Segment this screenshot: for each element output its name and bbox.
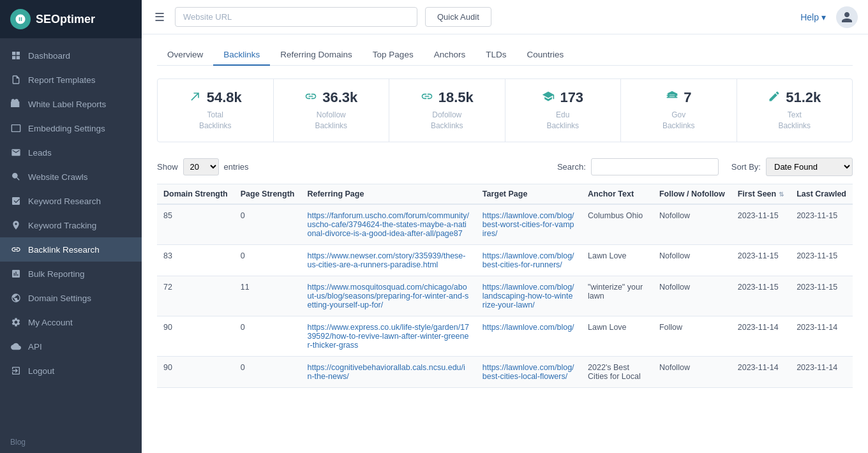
follow-nofollow-cell: Nofollow [653, 356, 731, 387]
sidebar-item-api[interactable]: API [0, 334, 142, 359]
referring-page-cell[interactable]: https://cognitivebehaviorallab.cals.ncsu… [301, 356, 475, 387]
user-avatar[interactable] [836, 6, 858, 28]
sort-select[interactable]: Date FoundDomain StrengthPage Strength [766, 158, 853, 176]
sidebar-item-white-label-reports[interactable]: White Label Reports [0, 92, 142, 116]
follow-nofollow-cell: Nofollow [653, 276, 731, 316]
domain-settings-icon [10, 292, 22, 304]
content-area: OverviewBacklinksReferring DomainsTop Pa… [142, 34, 868, 453]
stat-gov-backlinks: 7 GovBacklinks [621, 79, 737, 142]
sidebar-item-label-my-account: My Account [28, 318, 73, 327]
tabs: OverviewBacklinksReferring DomainsTop Pa… [157, 45, 853, 66]
sidebar-blog-link[interactable]: Blog [0, 431, 142, 453]
table-row: 900https://www.express.co.uk/life-style/… [157, 316, 853, 356]
target-page-cell-link[interactable]: https://lawnlove.com/blog/ [483, 323, 574, 332]
referring-page-cell[interactable]: https://www.express.co.uk/life-style/gar… [301, 316, 475, 356]
first-seen-cell: 2023-11-15 [731, 276, 790, 316]
follow-nofollow-cell: Nofollow [653, 244, 731, 276]
referring-page-cell[interactable]: https://www.newser.com/story/335939/thes… [301, 244, 475, 276]
bulk-reporting-icon [10, 268, 22, 279]
url-input[interactable] [175, 7, 417, 27]
target-page-cell-link[interactable]: https://lawnlove.com/blog/best-worst-cit… [483, 211, 574, 238]
logo-icon [10, 9, 31, 29]
sidebar-item-domain-settings[interactable]: Domain Settings [0, 286, 142, 310]
target-page-cell[interactable]: https://lawnlove.com/blog/best-cities-lo… [476, 356, 581, 387]
tab-anchors[interactable]: Anchors [424, 45, 476, 66]
tab-tlds[interactable]: TLDs [475, 45, 516, 66]
sidebar-item-embedding-settings[interactable]: Embedding Settings [0, 116, 142, 140]
help-button[interactable]: Help ▾ [800, 12, 826, 22]
domain-strength-cell: 90 [157, 316, 234, 356]
anchor-text-cell: 2022's Best Cities for Local [581, 356, 653, 387]
stat-label-edu-backlinks: EduBacklinks [518, 110, 608, 131]
col-header-domain-strength: Domain Strength [157, 184, 234, 204]
stat-total-backlinks: 54.8k TotalBacklinks [158, 79, 274, 142]
sidebar-item-logout[interactable]: Logout [0, 359, 142, 383]
hamburger-button[interactable]: ☰ [152, 8, 167, 27]
page-strength-cell: 11 [234, 276, 301, 316]
backlink-research-icon [10, 244, 22, 255]
sidebar: SEOptimer Dashboard Report Templates Whi… [0, 0, 142, 453]
stat-icon-dofollow-backlinks [421, 90, 433, 106]
table-container: Domain StrengthPage StrengthReferring Pa… [157, 184, 853, 388]
referring-page-cell-link[interactable]: https://cognitivebehaviorallab.cals.ncsu… [307, 363, 465, 381]
col-header-first-seen[interactable]: First Seen⇅ [731, 184, 790, 204]
stat-label-total-backlinks: TotalBacklinks [170, 110, 260, 131]
target-page-cell-link[interactable]: https://lawnlove.com/blog/landscaping-ho… [483, 283, 574, 309]
my-account-icon [10, 316, 22, 328]
tab-backlinks[interactable]: Backlinks [213, 45, 270, 66]
sidebar-item-bulk-reporting[interactable]: Bulk Reporting [0, 262, 142, 286]
sidebar-item-leads[interactable]: Leads [0, 140, 142, 165]
stat-icon-gov-backlinks [666, 90, 678, 106]
target-page-cell-link[interactable]: https://lawnlove.com/blog/best-cities-lo… [483, 363, 574, 381]
last-crawled-cell: 2023-11-15 [790, 244, 853, 276]
keyword-tracking-icon [10, 219, 22, 231]
sidebar-item-dashboard[interactable]: Dashboard [0, 43, 142, 68]
first-seen-cell: 2023-11-14 [731, 316, 790, 356]
referring-page-cell-link[interactable]: https://www.newser.com/story/335939/thes… [307, 251, 465, 269]
page-strength-cell: 0 [234, 316, 301, 356]
col-header-last-crawled: Last Crawled [790, 184, 853, 204]
referring-page-cell-link[interactable]: https://www.express.co.uk/life-style/gar… [307, 323, 469, 350]
col-header-target-page: Target Page [476, 184, 581, 204]
target-page-cell-link[interactable]: https://lawnlove.com/blog/best-cities-fo… [483, 251, 574, 269]
sidebar-item-website-crawls[interactable]: Website Crawls [0, 165, 142, 189]
target-page-cell[interactable]: https://lawnlove.com/blog/best-worst-cit… [476, 204, 581, 245]
entries-select[interactable]: 102050100 [183, 158, 219, 175]
sidebar-item-keyword-tracking[interactable]: Keyword Tracking [0, 213, 142, 237]
tab-referring-domains[interactable]: Referring Domains [270, 45, 363, 66]
sidebar-logo[interactable]: SEOptimer [0, 0, 142, 38]
referring-page-cell[interactable]: https://www.mosquitosquad.com/chicago/ab… [301, 276, 475, 316]
stat-label-text-backlinks: TextBacklinks [750, 110, 840, 131]
quick-audit-button[interactable]: Quick Audit [425, 7, 491, 27]
table-controls: Show 102050100 entries Search: Sort By: … [157, 158, 853, 176]
api-icon [10, 341, 22, 352]
sidebar-item-my-account[interactable]: My Account [0, 310, 142, 334]
report-templates-icon [10, 74, 22, 85]
search-input[interactable] [591, 158, 719, 175]
referring-page-cell[interactable]: https://fanforum.uscho.com/forum/communi… [301, 204, 475, 245]
stat-icon-nofollow-backlinks [304, 90, 317, 106]
referring-page-cell-link[interactable]: https://fanforum.uscho.com/forum/communi… [307, 211, 469, 238]
first-seen-cell: 2023-11-14 [731, 356, 790, 387]
sidebar-item-report-templates[interactable]: Report Templates [0, 68, 142, 92]
follow-nofollow-cell: Nofollow [653, 204, 731, 245]
show-label: Show [157, 162, 178, 172]
anchor-text-cell: Columbus Ohio [581, 204, 653, 245]
tab-top-pages[interactable]: Top Pages [363, 45, 424, 66]
sidebar-item-label-domain-settings: Domain Settings [28, 293, 91, 303]
target-page-cell[interactable]: https://lawnlove.com/blog/best-cities-fo… [476, 244, 581, 276]
stat-label-nofollow-backlinks: NofollowBacklinks [287, 110, 377, 131]
sidebar-item-label-backlink-research: Backlink Research [28, 245, 100, 255]
sidebar-item-backlink-research[interactable]: Backlink Research [0, 237, 142, 262]
tab-countries[interactable]: Countries [516, 45, 574, 66]
sidebar-item-keyword-research[interactable]: Keyword Research [0, 189, 142, 213]
sidebar-item-label-keyword-research: Keyword Research [28, 197, 101, 206]
table-row: 830https://www.newser.com/story/335939/t… [157, 244, 853, 276]
last-crawled-cell: 2023-11-15 [790, 276, 853, 316]
first-seen-cell: 2023-11-15 [731, 244, 790, 276]
sidebar-item-label-website-crawls: Website Crawls [28, 172, 88, 182]
referring-page-cell-link[interactable]: https://www.mosquitosquad.com/chicago/ab… [307, 283, 468, 309]
tab-overview[interactable]: Overview [157, 45, 213, 66]
target-page-cell[interactable]: https://lawnlove.com/blog/landscaping-ho… [476, 276, 581, 316]
target-page-cell[interactable]: https://lawnlove.com/blog/ [476, 316, 581, 356]
